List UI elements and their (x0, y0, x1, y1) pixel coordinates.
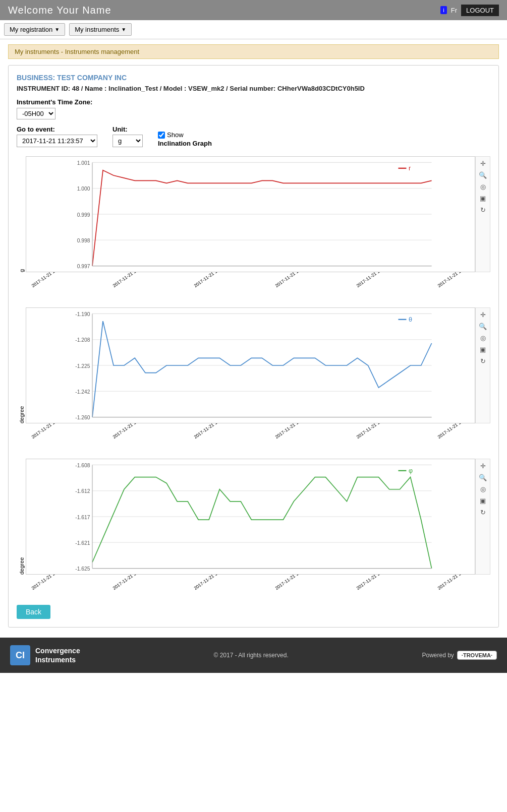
svg-text:1.001: 1.001 (77, 160, 90, 166)
xaxis-tick-1-3: 2017-11-21 11:24:00 (274, 272, 324, 298)
svg-text:0.997: 0.997 (77, 264, 90, 269)
xaxis-tick-3-1: 2017-11-21 11:23:58 (112, 575, 161, 601)
chart-3: degree φ -1.625-1.621-1.617-1.612-1.608 … (17, 459, 490, 601)
chart-ctrl-btn-2-0[interactable]: ✛ (479, 310, 487, 320)
chart-ctrl-btn-1-3[interactable]: ▣ (479, 194, 487, 203)
footer: CI ConvergenceInstruments © 2017 - All r… (0, 638, 507, 673)
controls-row: Go to event: 2017-11-21 11:23:57 Unit: g… (17, 126, 490, 147)
svg-text:0.999: 0.999 (77, 212, 90, 218)
goto-event-select[interactable]: 2017-11-21 11:23:57 (17, 135, 97, 147)
show-group: Show Inclination Graph (158, 129, 212, 147)
flag-icon: i (440, 6, 446, 14)
header: Welcome Your Name i Fr LOGOUT (0, 0, 507, 20)
show-checkbox[interactable] (158, 132, 165, 139)
back-button[interactable]: Back (17, 605, 50, 619)
chart-ctrl-btn-3-2[interactable]: ◎ (479, 484, 487, 494)
svg-text:1.000: 1.000 (77, 186, 90, 192)
svg-text:-1.242: -1.242 (75, 389, 90, 395)
xaxis-tick-3-0: 2017-11-21 11:23:57 (31, 575, 80, 601)
svg-text:CI: CI (16, 650, 25, 660)
chart-ctrl-btn-1-0[interactable]: ✛ (479, 159, 487, 168)
xaxis-tick-2-0: 2017-11-21 11:23:57 (31, 423, 80, 450)
svg-text:-1.208: -1.208 (75, 337, 90, 343)
unit-group: Unit: g (112, 126, 143, 147)
xaxis-tick-1-1: 2017-11-21 11:23:58 (112, 272, 161, 298)
company-name: ConvergenceInstruments (35, 646, 80, 664)
xaxis-tick-2-4: 2017-11-21 11:24:01 (356, 423, 405, 450)
convergence-logo-icon: CI (10, 645, 30, 665)
goto-event-label: Go to event: (17, 126, 97, 133)
chart-ctrl-btn-1-2[interactable]: ◎ (479, 182, 487, 192)
chevron-down-icon: ▼ (54, 27, 60, 32)
xaxis-labels-2: 2017-11-21 11:23:572017-11-21 11:23:5820… (27, 423, 475, 450)
chart-controls-3: ✛🔍◎▣↻ (475, 459, 490, 575)
xaxis-tick-2-5: 2017-11-21 11:24:02 (437, 423, 475, 450)
svg-text:-1.625: -1.625 (75, 566, 90, 572)
main-card: BUSINESS: TEST COMPANY INC INSTRUMENT ID… (8, 65, 499, 628)
chart-ctrl-btn-3-3[interactable]: ▣ (479, 496, 487, 506)
chart-ctrl-btn-3-1[interactable]: 🔍 (478, 473, 488, 482)
xaxis-tick-1-2: 2017-11-21 11:23:59 (193, 272, 243, 298)
yaxis-label-1: g (17, 156, 26, 272)
business-title: BUSINESS: TEST COMPANY INC (17, 74, 490, 82)
chevron-down-icon: ▼ (121, 27, 126, 32)
unit-label: Unit: (112, 126, 143, 133)
svg-text:0.998: 0.998 (77, 238, 90, 243)
trovema-badge: ·TROVEMA· (457, 651, 497, 660)
inclination-graph-label: Inclination Graph (158, 140, 212, 147)
svg-text:-1.612: -1.612 (75, 488, 90, 494)
chart-ctrl-btn-3-0[interactable]: ✛ (479, 461, 487, 471)
yaxis-label-2: degree (17, 307, 26, 423)
svg-text:-1.260: -1.260 (75, 415, 90, 420)
chart-ctrl-btn-2-1[interactable]: 🔍 (478, 322, 488, 331)
footer-logo: CI ConvergenceInstruments (10, 645, 80, 665)
svg-text:r: r (409, 165, 411, 172)
chart-ctrl-btn-2-3[interactable]: ▣ (479, 345, 487, 354)
navbar: My registration ▼ My instruments ▼ (0, 20, 507, 39)
svg-text:θ: θ (409, 316, 412, 323)
xaxis-labels-1: 2017-11-21 11:23:572017-11-21 11:23:5820… (27, 272, 475, 298)
chart-svg-area-1: r 0.9970.9980.9991.0001.001 (26, 156, 475, 272)
my-registration-button[interactable]: My registration ▼ (4, 23, 65, 36)
xaxis-labels-3: 2017-11-21 11:23:572017-11-21 11:23:5820… (27, 575, 475, 601)
chart-svg-area-2: θ -1.260-1.242-1.225-1.208-1.190 (26, 307, 475, 423)
xaxis-tick-3-2: 2017-11-21 11:23:59 (193, 575, 243, 601)
chart-ctrl-btn-2-4[interactable]: ↻ (479, 356, 487, 366)
copyright: © 2017 - All rights reserved. (213, 652, 288, 659)
xaxis-tick-3-4: 2017-11-21 11:24:01 (356, 575, 405, 601)
show-label: Show (167, 131, 184, 139)
xaxis-tick-3-3: 2017-11-21 11:24:00 (274, 575, 324, 601)
xaxis-tick-1-5: 2017-11-21 11:24:02 (437, 272, 475, 298)
timezone-select[interactable]: -05H00 (17, 108, 55, 119)
powered-by: Powered by ·TROVEMA· (422, 651, 497, 660)
xaxis-tick-2-2: 2017-11-21 11:23:59 (193, 423, 243, 450)
language-label: Fr (451, 7, 457, 14)
timezone-label: Instrument's Time Zone: (17, 98, 490, 106)
chart-ctrl-btn-2-2[interactable]: ◎ (479, 333, 487, 343)
chart-controls-2: ✛🔍◎▣↻ (475, 307, 490, 423)
chart-controls-1: ✛🔍◎▣↻ (475, 156, 490, 272)
chart-ctrl-btn-1-1[interactable]: 🔍 (478, 170, 488, 180)
svg-text:-1.617: -1.617 (75, 515, 90, 520)
chart-ctrl-btn-1-4[interactable]: ↻ (479, 205, 487, 215)
chart-ctrl-btn-3-4[interactable]: ↻ (479, 508, 487, 517)
xaxis-tick-2-1: 2017-11-21 11:23:58 (112, 423, 161, 450)
goto-event-group: Go to event: 2017-11-21 11:23:57 (17, 126, 97, 147)
xaxis-tick-3-5: 2017-11-21 11:24:02 (437, 575, 475, 601)
svg-text:φ: φ (409, 467, 413, 474)
charts-area: g r 0.9970.9980.9991.0001.001 ✛🔍◎▣↻2017-… (17, 156, 490, 601)
instrument-info: INSTRUMENT ID: 48 / Name : Inclination_T… (17, 85, 490, 92)
xaxis-tick-1-4: 2017-11-21 11:24:01 (356, 272, 405, 298)
breadcrumb: My instruments - Instruments management (8, 44, 499, 59)
logout-button[interactable]: LOGOUT (461, 5, 499, 16)
chart-svg-area-3: φ -1.625-1.621-1.617-1.612-1.608 (26, 459, 475, 575)
svg-text:-1.225: -1.225 (75, 363, 90, 369)
svg-text:-1.621: -1.621 (75, 540, 90, 546)
chart-1: g r 0.9970.9980.9991.0001.001 ✛🔍◎▣↻2017-… (17, 156, 490, 298)
my-instruments-button[interactable]: My instruments ▼ (69, 23, 132, 36)
unit-select[interactable]: g (112, 135, 143, 147)
svg-text:-1.608: -1.608 (75, 463, 90, 468)
header-title: Welcome Your Name (8, 5, 111, 16)
xaxis-tick-2-3: 2017-11-21 11:24:00 (274, 423, 324, 450)
yaxis-label-3: degree (17, 459, 26, 575)
